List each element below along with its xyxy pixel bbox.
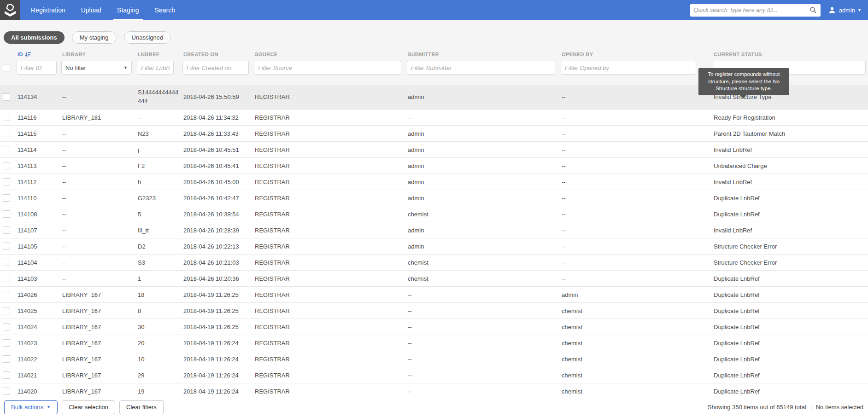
cell-lnbref: --	[134, 114, 180, 121]
chevron-down-icon: ▼	[857, 8, 862, 12]
cell-library: LIBRARY_167	[59, 372, 134, 379]
cell-opened-by: --	[558, 93, 710, 100]
row-checkbox[interactable]	[3, 178, 10, 185]
row-checkbox[interactable]	[3, 275, 10, 282]
table-row[interactable]: 114107--Ill_tt2018-04-26 10:28:39REGISTR…	[0, 222, 868, 238]
row-checkbox[interactable]	[3, 371, 10, 379]
filter-library-select[interactable]: No filter ▼	[61, 61, 132, 75]
cell-created-on: 2018-04-26 10:45:41	[180, 162, 251, 169]
clear-selection-button[interactable]: Clear selection	[62, 400, 115, 414]
nav-item-search[interactable]: Search	[147, 0, 183, 20]
cell-lnbref: j	[134, 146, 180, 153]
cell-lnbref: 30	[134, 324, 180, 330]
table-row[interactable]: 114113--F22018-04-26 10:45:41REGISTRARad…	[0, 158, 868, 174]
table-row[interactable]: 114026LIBRARY_167182018-04-19 11:26:25RE…	[0, 287, 868, 303]
table-row[interactable]: 114023LIBRARY_167202018-04-19 11:26:24RE…	[0, 335, 868, 351]
cell-opened-by: chemist	[558, 324, 710, 330]
row-checkbox-cell	[0, 178, 14, 185]
column-header-source[interactable]: SOURCE	[251, 52, 404, 57]
row-checkbox[interactable]	[3, 259, 10, 266]
table-row[interactable]: 114112--h2018-04-26 10:45:00REGISTRARadm…	[0, 174, 868, 190]
cell-created-on: 2018-04-19 11:26:25	[180, 324, 251, 330]
table-row[interactable]: 114022LIBRARY_167102018-04-19 11:26:24RE…	[0, 351, 868, 367]
column-header-submitter[interactable]: SUBMITTER	[404, 52, 558, 57]
row-checkbox[interactable]	[3, 291, 10, 298]
table-row[interactable]: 114021LIBRARY_167292018-04-19 11:26:24RE…	[0, 367, 868, 383]
table-row[interactable]: 114025LIBRARY_16782018-04-19 11:26:25REG…	[0, 303, 868, 319]
filter-opened-by-input[interactable]	[561, 61, 696, 75]
column-header-created-on[interactable]: CREATED ON	[180, 52, 251, 57]
search-icon[interactable]	[809, 6, 817, 14]
cell-id: 114021	[14, 372, 59, 379]
filter-id-input[interactable]	[17, 61, 57, 75]
row-checkbox-cell	[0, 226, 14, 234]
select-all-checkbox[interactable]	[3, 64, 10, 71]
clear-filters-button[interactable]: Clear filters	[119, 400, 164, 414]
table-row[interactable]: 114103--12018-04-26 10:20:36REGISTRARche…	[0, 271, 868, 287]
nav-item-registration[interactable]: Registration	[23, 0, 73, 20]
row-checkbox[interactable]	[3, 243, 10, 250]
table-row[interactable]: 114105--D22018-04-26 10:22:13REGISTRARad…	[0, 238, 868, 255]
row-checkbox[interactable]	[3, 130, 10, 137]
bulk-actions-button[interactable]: Bulk actions ▼	[4, 400, 58, 414]
cell-source: REGISTRAR	[251, 356, 404, 363]
nav-item-staging[interactable]: Staging	[109, 0, 147, 20]
column-header-opened-by[interactable]: OPENED BY	[558, 52, 710, 57]
row-checkbox[interactable]	[3, 210, 10, 218]
cell-lnbref: 8	[134, 307, 180, 314]
cell-created-on: 2018-04-26 10:28:39	[180, 227, 251, 234]
cell-created-on: 2018-04-19 11:26:24	[180, 340, 251, 347]
cell-submitter: chemist	[404, 259, 558, 266]
cell-library: --	[59, 259, 134, 266]
row-checkbox[interactable]	[3, 388, 10, 395]
table-row[interactable]: 114020LIBRARY_167192018-04-19 11:26:24RE…	[0, 383, 868, 397]
filter-submitter-input[interactable]	[407, 61, 555, 75]
column-header-id[interactable]: ID	[14, 52, 59, 58]
row-checkbox[interactable]	[3, 339, 10, 347]
cell-lnbref: 10	[134, 356, 180, 363]
column-header-lnbref[interactable]: LNBREF	[134, 52, 180, 57]
row-checkbox[interactable]	[3, 355, 10, 363]
chip-my-staging[interactable]: My staging	[72, 31, 117, 44]
table-row[interactable]: 114114--j2018-04-26 10:45:51REGISTRARadm…	[0, 142, 868, 158]
table-row[interactable]: 114110--G23232018-04-26 10:42:47REGISTRA…	[0, 190, 868, 206]
chip-unassigned[interactable]: Unassigned	[124, 31, 171, 44]
items-summary: Showing 350 items out of 65149 total	[708, 404, 806, 411]
table-row[interactable]: 114104--S32018-04-26 10:21:03REGISTRARch…	[0, 255, 868, 271]
quick-search-input[interactable]	[694, 7, 809, 13]
row-checkbox[interactable]	[3, 323, 10, 330]
cell-id: 114115	[14, 130, 59, 137]
row-checkbox[interactable]	[3, 162, 10, 169]
row-checkbox[interactable]	[3, 307, 10, 314]
column-header-current-status[interactable]: CURRENT STATUS	[710, 52, 868, 57]
cell-status: Structure Checker Error	[710, 243, 868, 250]
nav-item-upload[interactable]: Upload	[73, 0, 109, 20]
cell-status: Duplicate LnbRef	[710, 275, 868, 282]
table-row[interactable]: 114024LIBRARY_167302018-04-19 11:26:25RE…	[0, 319, 868, 335]
row-checkbox[interactable]	[3, 146, 10, 153]
cell-status: Duplicate LnbRef	[710, 211, 868, 218]
row-checkbox[interactable]	[3, 226, 10, 234]
filter-created-on-input[interactable]	[182, 61, 249, 75]
cell-submitter: admin	[404, 146, 558, 153]
row-checkbox[interactable]	[3, 93, 10, 101]
row-checkbox[interactable]	[3, 194, 10, 202]
table-row[interactable]: 114116LIBRARY_181--2018-04-26 11:34:32RE…	[0, 110, 868, 126]
cell-lnbref: S14444444444444	[134, 88, 180, 106]
column-header-library[interactable]: LIBRARY	[59, 52, 134, 57]
cell-status: Unbalanced Charge	[710, 162, 868, 169]
main-nav: RegistrationUploadStagingSearch	[23, 0, 183, 20]
table-row[interactable]: 114115--N232018-04-26 11:33:43REGISTRARa…	[0, 126, 868, 142]
cell-status: Invalid LnbRef	[710, 227, 868, 234]
cell-lnbref: F2	[134, 162, 180, 169]
app-logo[interactable]	[0, 0, 20, 20]
table-row[interactable]: 114108--52018-04-26 10:39:54REGISTRARche…	[0, 206, 868, 222]
chip-all-submissions[interactable]: All submissions	[4, 31, 65, 44]
cell-id: 114134	[14, 93, 59, 100]
row-checkbox[interactable]	[3, 114, 10, 121]
cell-opened-by: --	[558, 227, 710, 234]
filter-lnbref-input[interactable]	[137, 61, 174, 75]
filter-source-input[interactable]	[254, 61, 401, 75]
user-menu[interactable]: admin ▼	[828, 6, 862, 14]
cell-status: Duplicate LnbRef	[710, 291, 868, 298]
